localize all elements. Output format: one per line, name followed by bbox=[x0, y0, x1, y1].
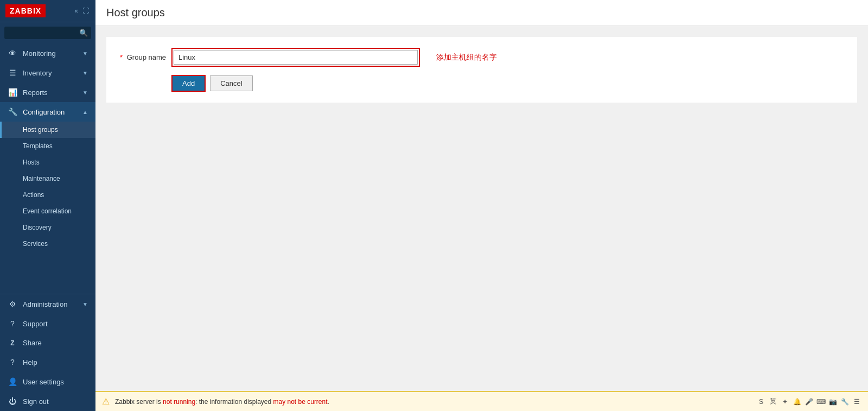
sidebar-item-support[interactable]: ? Support bbox=[0, 314, 95, 333]
taskbar-icon-8: 🔧 bbox=[840, 397, 850, 407]
support-icon: ? bbox=[8, 319, 17, 328]
sidebar-item-label: Administration bbox=[23, 300, 67, 308]
status-end: . bbox=[328, 398, 329, 406]
sidebar-item-label: Help bbox=[23, 358, 37, 366]
sidebar-item-label: Support bbox=[23, 320, 48, 328]
logo-bar: ZABBIX « ⛶ bbox=[0, 0, 95, 22]
taskbar-icons: S 英 ✦ 🔔 🎤 ⌨ 📷 🔧 ☰ bbox=[756, 397, 861, 407]
sub-nav-label: Maintenance bbox=[23, 175, 60, 182]
sidebar-item-reports[interactable]: 📊 Reports ▼ bbox=[0, 83, 95, 102]
chevron-down-icon: ▼ bbox=[82, 90, 88, 96]
share-icon: Z bbox=[8, 339, 17, 347]
search-input[interactable] bbox=[8, 29, 79, 37]
sidebar-item-label: Inventory bbox=[23, 69, 52, 77]
sidebar-item-label: Reports bbox=[23, 88, 48, 97]
sidebar-item-sign-out[interactable]: ⏻ Sign out bbox=[0, 391, 95, 411]
status-may-not: may not be current bbox=[273, 398, 328, 406]
taskbar-icon-3: ✦ bbox=[780, 397, 790, 407]
status-middle: : the information displayed bbox=[195, 398, 273, 406]
sidebar-item-share[interactable]: Z Share bbox=[0, 333, 95, 352]
taskbar-icon-9: ☰ bbox=[852, 397, 861, 407]
status-not-running: not running bbox=[163, 398, 195, 406]
fullscreen-button[interactable]: ⛶ bbox=[81, 6, 90, 16]
sidebar-item-user-settings[interactable]: 👤 User settings bbox=[0, 372, 95, 391]
sub-nav-label: Hosts bbox=[23, 159, 40, 166]
help-icon: ? bbox=[8, 358, 17, 366]
required-star: * bbox=[120, 53, 123, 61]
sidebar-item-event-correlation[interactable]: Event correlation bbox=[0, 203, 95, 219]
main-nav: 👁 Monitoring ▼ ☰ Inventory ▼ 📊 Reports ▼… bbox=[0, 43, 95, 252]
monitoring-icon: 👁 bbox=[8, 49, 17, 58]
sidebar-item-inventory[interactable]: ☰ Inventory ▼ bbox=[0, 63, 95, 83]
sub-nav-label: Actions bbox=[23, 191, 44, 199]
taskbar-icon-6: ⌨ bbox=[816, 397, 826, 407]
main-area: Host groups * Group name 添加主机组的名字 Add Ca… bbox=[95, 0, 868, 411]
inventory-icon: ☰ bbox=[8, 68, 17, 77]
sub-nav-label: Discovery bbox=[23, 224, 52, 231]
sidebar-item-host-groups[interactable]: Host groups bbox=[0, 122, 95, 138]
sidebar-controls: « ⛶ bbox=[73, 6, 90, 16]
cancel-button[interactable]: Cancel bbox=[210, 75, 252, 91]
chevron-down-icon: ▼ bbox=[82, 301, 88, 307]
sidebar-item-label: Sign out bbox=[23, 397, 49, 406]
sidebar-item-label: User settings bbox=[23, 378, 64, 386]
sub-nav-label: Event correlation bbox=[23, 207, 72, 215]
sidebar-item-discovery[interactable]: Discovery bbox=[0, 219, 95, 236]
taskbar-icon-7: 📷 bbox=[828, 397, 838, 407]
sidebar: ZABBIX « ⛶ 🔍 👁 Monitoring ▼ ☰ Inventory … bbox=[0, 0, 95, 411]
sidebar-item-configuration[interactable]: 🔧 Configuration ▲ bbox=[0, 102, 95, 122]
collapse-sidebar-button[interactable]: « bbox=[73, 6, 79, 16]
group-name-input-wrap bbox=[171, 48, 420, 67]
sub-nav-label: Templates bbox=[23, 142, 53, 150]
administration-icon: ⚙ bbox=[8, 300, 17, 308]
status-prefix: Zabbix server is bbox=[115, 398, 163, 406]
taskbar-icon-1: S bbox=[756, 397, 766, 407]
sidebar-item-hosts[interactable]: Hosts bbox=[0, 154, 95, 170]
status-message: Zabbix server is not running: the inform… bbox=[115, 398, 329, 406]
group-name-input[interactable] bbox=[174, 50, 418, 65]
annotation-text: 添加主机组的名字 bbox=[436, 53, 497, 62]
sidebar-item-maintenance[interactable]: Maintenance bbox=[0, 170, 95, 187]
configuration-icon: 🔧 bbox=[8, 108, 17, 116]
taskbar-icon-4: 🔔 bbox=[792, 397, 802, 407]
sidebar-item-templates[interactable]: Templates bbox=[0, 138, 95, 154]
sidebar-item-label: Configuration bbox=[23, 108, 65, 116]
status-bar: ⚠ Zabbix server is not running: the info… bbox=[95, 391, 868, 411]
sub-nav-label: Host groups bbox=[23, 126, 58, 134]
chevron-down-icon: ▼ bbox=[82, 50, 88, 56]
chevron-down-icon: ▼ bbox=[82, 70, 88, 76]
group-name-row: * Group name 添加主机组的名字 bbox=[117, 48, 846, 67]
taskbar-icon-2: 英 bbox=[768, 397, 778, 407]
reports-icon: 📊 bbox=[8, 88, 17, 97]
sidebar-item-actions[interactable]: Actions bbox=[0, 187, 95, 203]
page-header: Host groups bbox=[95, 0, 868, 26]
chevron-up-icon: ▲ bbox=[82, 109, 88, 115]
sign-out-icon: ⏻ bbox=[8, 397, 17, 406]
form-container: * Group name 添加主机组的名字 Add Cancel bbox=[106, 37, 857, 103]
search-bar: 🔍 bbox=[0, 22, 95, 43]
form-buttons: Add Cancel bbox=[171, 75, 846, 92]
group-name-label: * Group name bbox=[117, 53, 166, 61]
warning-icon: ⚠ bbox=[102, 396, 110, 407]
main-content: * Group name 添加主机组的名字 Add Cancel bbox=[95, 26, 868, 391]
sidebar-item-services[interactable]: Services bbox=[0, 236, 95, 252]
sub-nav-label: Services bbox=[23, 240, 48, 248]
page-title: Host groups bbox=[106, 7, 857, 19]
add-button[interactable]: Add bbox=[171, 75, 206, 92]
search-wrap: 🔍 bbox=[4, 27, 91, 39]
search-icon[interactable]: 🔍 bbox=[79, 29, 88, 37]
sidebar-item-label: Share bbox=[23, 339, 42, 347]
user-icon: 👤 bbox=[8, 377, 17, 386]
sidebar-bottom: ⚙ Administration ▼ ? Support Z Share ? H… bbox=[0, 294, 95, 411]
sidebar-item-administration[interactable]: ⚙ Administration ▼ bbox=[0, 294, 95, 314]
sidebar-item-monitoring[interactable]: 👁 Monitoring ▼ bbox=[0, 43, 95, 63]
sidebar-item-help[interactable]: ? Help bbox=[0, 352, 95, 372]
sidebar-item-label: Monitoring bbox=[23, 49, 56, 58]
zabbix-logo: ZABBIX bbox=[5, 4, 46, 17]
taskbar-icon-5: 🎤 bbox=[804, 397, 814, 407]
